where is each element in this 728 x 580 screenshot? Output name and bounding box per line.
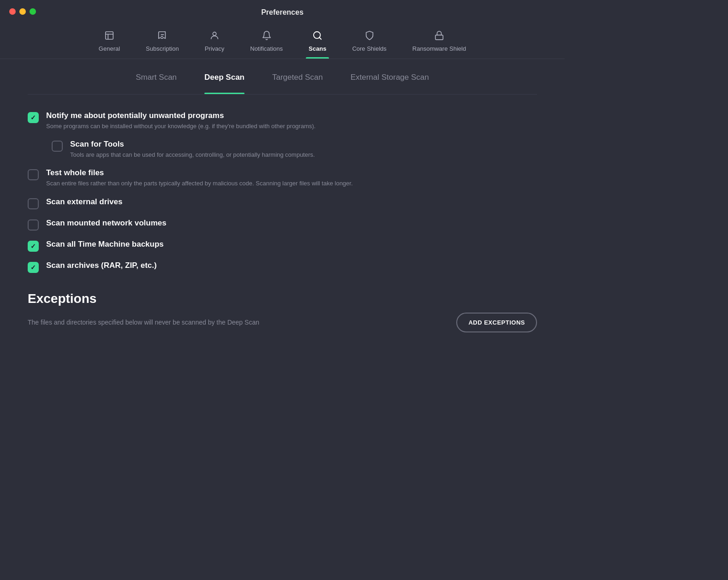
option-title-scan-for-tools: Scan for Tools	[70, 140, 537, 149]
checkbox-wrap-scan-external-drives	[28, 198, 39, 209]
privacy-icon	[209, 30, 220, 42]
option-desc-test-whole-files: Scan entire files rather than only the p…	[46, 179, 537, 188]
ransomware-shield-icon	[434, 30, 444, 42]
nav-label-ransomware-shield: Ransomware Shield	[412, 45, 466, 52]
titlebar: Preferences	[0, 0, 565, 22]
checkbox-wrap-scan-for-tools	[52, 141, 63, 152]
option-row-scan-for-tools: Scan for ToolsTools are apps that can be…	[52, 140, 537, 159]
window-controls	[9, 8, 36, 15]
nav-label-subscription: Subscription	[146, 45, 179, 52]
scans-icon	[312, 30, 322, 42]
option-text-scan-mounted-network: Scan mounted network volumes	[46, 219, 537, 230]
checkbox-notify-pup[interactable]	[28, 112, 39, 123]
scan-tab-deep-scan[interactable]: Deep Scan	[204, 73, 245, 87]
checkbox-scan-mounted-network[interactable]	[28, 219, 39, 231]
checkbox-scan-for-tools[interactable]	[52, 141, 63, 152]
exceptions-row: The files and directories specified belo…	[28, 313, 537, 332]
subscription-icon	[157, 30, 167, 42]
option-row-scan-time-machine: Scan all Time Machine backups	[28, 240, 537, 252]
option-text-scan-time-machine: Scan all Time Machine backups	[46, 240, 537, 251]
option-text-notify-pup: Notify me about potentially unwanted pro…	[46, 111, 537, 130]
options-list: Notify me about potentially unwanted pro…	[28, 111, 537, 273]
option-title-scan-archives: Scan archives (RAR, ZIP, etc.)	[46, 261, 537, 270]
svg-rect-0	[106, 32, 113, 40]
option-title-test-whole-files: Test whole files	[46, 168, 537, 178]
notifications-icon	[262, 30, 272, 42]
content-area: Smart ScanDeep ScanTargeted ScanExternal…	[0, 59, 565, 351]
checkbox-test-whole-files[interactable]	[28, 169, 39, 180]
option-text-scan-archives: Scan archives (RAR, ZIP, etc.)	[46, 261, 537, 272]
option-row-test-whole-files: Test whole filesScan entire files rather…	[28, 168, 537, 188]
nav-item-notifications[interactable]: Notifications	[237, 26, 296, 59]
option-desc-notify-pup: Some programs can be installed without y…	[46, 122, 537, 130]
nav-label-notifications: Notifications	[250, 45, 283, 52]
checkbox-wrap-scan-archives	[28, 262, 39, 273]
svg-line-7	[319, 37, 321, 39]
checkbox-scan-external-drives[interactable]	[28, 198, 39, 209]
nav-label-general: General	[99, 45, 120, 52]
nav-item-scans[interactable]: Scans	[296, 26, 339, 59]
scan-tab-external-storage-scan[interactable]: External Storage Scan	[351, 73, 429, 87]
option-text-scan-external-drives: Scan external drives	[46, 197, 537, 208]
nav-item-ransomware-shield[interactable]: Ransomware Shield	[400, 26, 479, 59]
exceptions-desc: The files and directories specified belo…	[28, 319, 259, 326]
svg-rect-8	[436, 35, 443, 40]
checkbox-wrap-test-whole-files	[28, 169, 39, 180]
svg-point-5	[213, 32, 216, 36]
nav-bar: General Subscription Privacy Notificatio…	[0, 22, 565, 59]
core-shields-icon	[364, 30, 375, 42]
window-title: Preferences	[261, 8, 304, 17]
scan-tabs: Smart ScanDeep ScanTargeted ScanExternal…	[28, 73, 537, 95]
option-row-notify-pup: Notify me about potentially unwanted pro…	[28, 111, 537, 130]
close-button[interactable]	[9, 8, 16, 15]
nav-item-core-shields[interactable]: Core Shields	[339, 26, 399, 59]
nav-item-general[interactable]: General	[86, 26, 133, 59]
option-row-scan-archives: Scan archives (RAR, ZIP, etc.)	[28, 261, 537, 273]
option-text-scan-for-tools: Scan for ToolsTools are apps that can be…	[70, 140, 537, 159]
option-row-scan-external-drives: Scan external drives	[28, 197, 537, 209]
add-exceptions-button[interactable]: ADD EXCEPTIONS	[456, 313, 537, 332]
checkbox-wrap-notify-pup	[28, 112, 39, 123]
minimize-button[interactable]	[19, 8, 26, 15]
checkbox-scan-time-machine[interactable]	[28, 241, 39, 252]
option-row-scan-mounted-network: Scan mounted network volumes	[28, 219, 537, 231]
general-icon	[104, 30, 114, 42]
nav-item-privacy[interactable]: Privacy	[192, 26, 238, 59]
maximize-button[interactable]	[30, 8, 36, 15]
option-title-scan-time-machine: Scan all Time Machine backups	[46, 240, 537, 249]
nav-label-scans: Scans	[309, 45, 326, 52]
exceptions-title: Exceptions	[28, 291, 537, 306]
option-text-test-whole-files: Test whole filesScan entire files rather…	[46, 168, 537, 188]
exceptions-section: Exceptions The files and directories spe…	[28, 291, 537, 332]
nav-label-core-shields: Core Shields	[352, 45, 386, 52]
option-title-notify-pup: Notify me about potentially unwanted pro…	[46, 111, 537, 120]
checkbox-scan-archives[interactable]	[28, 262, 39, 273]
option-desc-scan-for-tools: Tools are apps that can be used for acce…	[70, 151, 537, 159]
nav-label-privacy: Privacy	[205, 45, 225, 52]
scan-tab-targeted-scan[interactable]: Targeted Scan	[272, 73, 323, 87]
checkbox-wrap-scan-mounted-network	[28, 219, 39, 231]
scan-tab-smart-scan[interactable]: Smart Scan	[136, 73, 177, 87]
nav-item-subscription[interactable]: Subscription	[133, 26, 192, 59]
option-title-scan-external-drives: Scan external drives	[46, 197, 537, 207]
checkbox-wrap-scan-time-machine	[28, 241, 39, 252]
option-title-scan-mounted-network: Scan mounted network volumes	[46, 219, 537, 228]
